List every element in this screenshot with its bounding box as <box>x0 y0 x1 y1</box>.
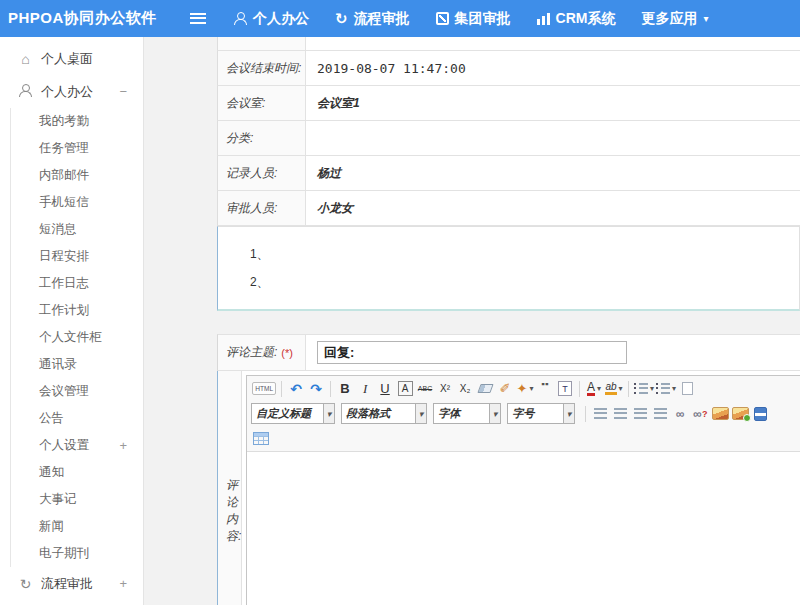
align-left-button[interactable] <box>591 404 609 424</box>
image-add-icon <box>732 407 749 420</box>
expand-icon[interactable]: + <box>119 576 127 591</box>
select-label: 段落格式 <box>346 406 390 421</box>
chevron-down-icon: ▾ <box>650 384 654 393</box>
paste-as-text-button[interactable]: T <box>556 379 574 399</box>
strikethrough-button[interactable]: ABC <box>416 379 434 399</box>
bold-button[interactable]: B <box>336 379 354 399</box>
align-left-icon <box>594 408 607 419</box>
sidebar-item-personal-office[interactable]: 个人办公 − <box>0 75 143 108</box>
sidebar-item-file-cabinet[interactable]: 个人文件柜 <box>11 324 143 351</box>
process-icon: ↻ <box>335 12 348 25</box>
sidebar-item-internal-mail[interactable]: 内部邮件 <box>11 162 143 189</box>
sidebar-item-work-log[interactable]: 工作日志 <box>11 270 143 297</box>
subscript-button[interactable]: X₂ <box>456 379 474 399</box>
html-source-button[interactable]: HTML <box>252 379 276 399</box>
nav-label: 流程审批 <box>354 10 410 28</box>
image-icon <box>712 407 729 420</box>
sidebar-item-events[interactable]: 大事记 <box>11 486 143 513</box>
paragraph-format-select[interactable]: 段落格式▾ <box>341 403 427 424</box>
sidebar-item-label: 工作日志 <box>39 275 89 292</box>
sidebar-item-label: 通知 <box>39 464 64 481</box>
new-page-button[interactable] <box>678 379 696 399</box>
boxed-a-icon: A <box>398 381 413 396</box>
sidebar-item-label: 短消息 <box>39 221 77 238</box>
toolbar-separator <box>579 381 580 397</box>
nav-crm-system[interactable]: CRM系统 <box>537 10 616 28</box>
sidebar-item-notifications[interactable]: 通知 <box>11 459 143 486</box>
sidebar-item-personal-settings[interactable]: 个人设置 + <box>11 432 143 459</box>
ordered-list-button[interactable]: ▾ <box>634 379 654 399</box>
align-right-button[interactable] <box>631 404 649 424</box>
blockquote-button[interactable]: “ <box>536 379 554 399</box>
paste-text-icon: T <box>558 381 572 396</box>
sidebar-item-attendance[interactable]: 我的考勤 <box>11 108 143 135</box>
sidebar-item-news[interactable]: 新闻 <box>11 513 143 540</box>
nav-process-approval[interactable]: ↻ 流程审批 <box>335 10 410 28</box>
sidebar-item-contacts[interactable]: 通讯录 <box>11 351 143 378</box>
font-family-select[interactable]: 字体▾ <box>433 403 501 424</box>
align-justify-button[interactable] <box>651 404 669 424</box>
insert-table-button[interactable] <box>252 429 270 449</box>
form-value: 小龙女 <box>306 191 800 225</box>
highlight-color-button[interactable]: ab▾ <box>605 379 623 399</box>
sidebar-item-announcements[interactable]: 公告 <box>11 405 143 432</box>
app-title: PHPOA协同办公软件 <box>0 9 190 28</box>
undo-button[interactable]: ↶ <box>287 379 305 399</box>
expand-icon[interactable]: + <box>119 438 127 453</box>
toolbar-separator <box>281 381 282 397</box>
editor-content-area[interactable] <box>247 451 800 605</box>
sidebar-item-process-approval[interactable]: ↻ 流程审批 + <box>0 567 143 600</box>
unordered-list-button[interactable]: ▾ <box>656 379 676 399</box>
format-painter-button[interactable]: ✦▾ <box>516 379 534 399</box>
unlink-button[interactable]: ∞? <box>691 404 709 424</box>
align-center-button[interactable] <box>611 404 629 424</box>
nav-more-apps[interactable]: 更多应用 ▾ <box>641 10 708 28</box>
custom-title-select[interactable]: 自定义标题▾ <box>251 403 335 424</box>
nav-label: 个人办公 <box>253 10 309 28</box>
underline-button[interactable]: U <box>376 379 394 399</box>
sidebar-item-meetings[interactable]: 会议管理 <box>11 378 143 405</box>
sidebar-item-schedule[interactable]: 日程安排 <box>11 243 143 270</box>
font-color-button[interactable]: A▾ <box>585 379 603 399</box>
upload-image-button[interactable] <box>731 404 749 424</box>
chevron-down-icon: ▾ <box>619 384 623 393</box>
insert-link-button[interactable]: ∞ <box>671 404 689 424</box>
sidebar-item-desktop[interactable]: ⌂ 个人桌面 <box>0 42 143 75</box>
select-label: 自定义标题 <box>256 406 311 421</box>
sidebar-item-label: 个人办公 <box>41 83 93 101</box>
page-icon <box>682 382 693 395</box>
sidebar-subtree: 我的考勤 任务管理 内部邮件 手机短信 短消息 日程安排 工作日志 工作计划 个… <box>10 108 143 567</box>
form-label: 审批人员: <box>218 191 306 225</box>
collapse-icon[interactable]: − <box>119 84 127 99</box>
bar-chart-icon <box>537 13 550 25</box>
superscript-button[interactable]: X² <box>436 379 454 399</box>
sidebar-item-e-journal[interactable]: 电子期刊 <box>11 540 143 567</box>
sidebar-item-short-message[interactable]: 短消息 <box>11 216 143 243</box>
sidebar-item-work-plan[interactable]: 工作计划 <box>11 297 143 324</box>
eraser-button[interactable] <box>476 379 494 399</box>
insert-media-button[interactable] <box>751 404 769 424</box>
menu-icon[interactable] <box>190 13 206 24</box>
comment-subject-row: 评论主题: (*) <box>217 334 800 371</box>
eraser-icon <box>477 384 493 393</box>
form-label: 分类: <box>218 121 306 155</box>
sidebar-item-sms[interactable]: 手机短信 <box>11 189 143 216</box>
nav-group-approval[interactable]: 集团审批 <box>436 10 511 28</box>
font-size-select[interactable]: 字号▾ <box>507 403 575 424</box>
nav-personal-office[interactable]: 个人办公 <box>234 10 309 28</box>
sidebar-item-tasks[interactable]: 任务管理 <box>11 135 143 162</box>
redo-button[interactable]: ↷ <box>307 379 325 399</box>
select-label: 字体 <box>438 406 460 421</box>
sidebar-item-label: 个人设置 <box>39 437 89 454</box>
align-right-icon <box>634 408 647 419</box>
insert-image-button[interactable] <box>711 404 729 424</box>
char-border-button[interactable]: A <box>396 379 414 399</box>
format-clean-button[interactable]: ✐ <box>496 379 514 399</box>
italic-button[interactable]: I <box>356 379 374 399</box>
required-mark: (*) <box>281 347 293 359</box>
sidebar-item-label: 内部邮件 <box>39 167 89 184</box>
home-icon: ⌂ <box>18 51 33 67</box>
comment-subject-input[interactable] <box>317 341 627 364</box>
align-justify-icon <box>654 408 667 419</box>
font-color-icon: A <box>587 382 595 396</box>
